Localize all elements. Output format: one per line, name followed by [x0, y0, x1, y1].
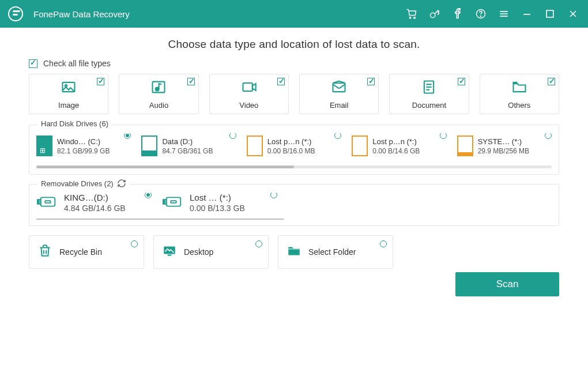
email-icon [331, 79, 347, 97]
svg-rect-21 [164, 202, 164, 202]
svg-rect-13 [41, 197, 55, 206]
help-icon[interactable] [474, 7, 488, 21]
type-label: Video [239, 101, 258, 110]
svg-point-4 [480, 16, 481, 17]
folder-icon [287, 243, 301, 261]
type-label: Email [330, 101, 349, 110]
drive-c[interactable]: ⊞ Windo… (C:)82.1 GB/99.9 GB [36, 133, 131, 159]
drive-radio[interactable] [545, 133, 552, 139]
drive-name: SYSTE… (*:) [478, 137, 529, 146]
menu-icon[interactable] [497, 7, 511, 21]
drive-name: Lost p…n (*:) [267, 137, 315, 146]
removable-drive-lost[interactable]: Lost … (*:)0.00 B/13.3 GB [162, 193, 277, 213]
audio-icon [150, 79, 167, 97]
recycle-bin-icon [37, 243, 52, 261]
file-type-cards: Image Audio Video Em [29, 74, 559, 114]
location-radio[interactable] [380, 240, 387, 247]
svg-point-1 [414, 17, 416, 18]
type-card-email[interactable]: Email [299, 74, 379, 114]
removable-group: Removable Drives (2) KING…(D:)4.84 GB/14… [29, 184, 559, 226]
others-icon [511, 79, 527, 97]
drive-size: 0.00 B/13.3 GB [190, 204, 245, 213]
svg-point-0 [409, 17, 411, 18]
maximize-icon[interactable] [543, 7, 557, 21]
type-card-others[interactable]: Others [480, 74, 559, 114]
svg-rect-10 [243, 83, 252, 91]
type-checkbox[interactable] [277, 78, 285, 85]
check-all-row[interactable]: Check all file types [29, 59, 559, 68]
cart-icon[interactable] [405, 7, 419, 21]
desktop-icon [162, 243, 177, 261]
location-radio[interactable] [255, 240, 262, 247]
drive-radio[interactable] [145, 193, 152, 198]
svg-rect-22 [171, 201, 176, 203]
drive-system[interactable]: SYSTE… (*:)29.9 MB/256 MB [457, 133, 552, 159]
svg-rect-5 [546, 10, 553, 17]
image-icon [61, 79, 77, 97]
drive-radio[interactable] [124, 133, 131, 139]
removable-drive-kingston[interactable]: KING…(D:)4.84 GB/14.6 GB [36, 193, 152, 213]
type-checkbox[interactable] [187, 78, 195, 85]
app-title: FonePaw Data Recovery [33, 9, 405, 19]
removable-scrollbar[interactable] [36, 219, 284, 220]
drive-size: 29.9 MB/256 MB [478, 147, 529, 155]
type-checkbox[interactable] [548, 78, 555, 85]
video-icon [241, 79, 257, 97]
svg-rect-20 [164, 201, 164, 201]
svg-rect-11 [333, 83, 345, 92]
type-checkbox[interactable] [97, 78, 104, 85]
drive-radio[interactable] [229, 133, 236, 139]
type-card-audio[interactable]: Audio [119, 74, 198, 114]
check-all-label: Check all file types [43, 59, 111, 68]
location-desktop[interactable]: Desktop [153, 235, 269, 269]
minimize-icon[interactable] [520, 7, 534, 21]
drive-name: Data (D:) [162, 137, 213, 146]
drive-size: 0.00 B/14.6 GB [372, 147, 420, 155]
drive-name: Lost p…n (*:) [372, 137, 420, 146]
location-label: Desktop [184, 247, 213, 257]
svg-rect-18 [167, 197, 181, 206]
type-card-document[interactable]: Document [389, 74, 469, 114]
key-icon[interactable] [428, 7, 442, 21]
drive-size: 4.84 GB/14.6 GB [64, 204, 126, 213]
type-card-video[interactable]: Video [209, 74, 289, 114]
removable-group-title: Removable Drives (2) [37, 179, 130, 188]
drive-icon [247, 136, 263, 156]
drive-size: 84.7 GB/361 GB [162, 147, 213, 155]
refresh-icon[interactable] [117, 179, 126, 188]
scan-button[interactable]: Scan [455, 272, 559, 296]
close-icon[interactable] [566, 7, 580, 21]
type-card-image[interactable]: Image [29, 74, 108, 114]
svg-point-2 [431, 13, 435, 17]
document-icon [421, 79, 437, 97]
check-all-checkbox[interactable] [29, 59, 37, 68]
drive-lost-2[interactable]: Lost p…n (*:)0.00 B/14.6 GB [352, 133, 446, 159]
location-recycle-bin[interactable]: Recycle Bin [29, 235, 144, 269]
type-label: Audio [149, 101, 168, 110]
hdd-group-title: Hard Disk Drives (6) [37, 119, 112, 128]
facebook-icon[interactable] [451, 7, 465, 21]
app-logo-icon [8, 6, 23, 21]
drive-d[interactable]: Data (D:)84.7 GB/361 GB [141, 133, 236, 159]
drive-radio[interactable] [334, 133, 341, 139]
location-label: Select Folder [308, 247, 356, 257]
hdd-row: ⊞ Windo… (C:)82.1 GB/99.9 GB Data (D:)84… [36, 133, 552, 159]
page-title: Choose data type and location of lost da… [29, 38, 559, 51]
svg-rect-15 [38, 201, 39, 201]
drive-icon: ⊞ [36, 136, 52, 156]
drive-lost-1[interactable]: Lost p…n (*:)0.00 B/16.0 MB [247, 133, 341, 159]
location-select-folder[interactable]: Select Folder [278, 235, 393, 269]
hdd-group: Hard Disk Drives (6) ⊞ Windo… (C:)82.1 G… [29, 125, 559, 175]
type-checkbox[interactable] [367, 78, 375, 85]
svg-rect-24 [168, 255, 172, 256]
locations-row: Recycle Bin Desktop Select Folder [29, 235, 559, 269]
drive-name: Windo… (C:) [57, 137, 110, 146]
usb-icon [36, 193, 58, 213]
drive-size: 0.00 B/16.0 MB [267, 147, 315, 155]
location-radio[interactable] [131, 240, 138, 247]
type-checkbox[interactable] [458, 78, 465, 85]
hdd-scrollbar[interactable] [36, 165, 552, 168]
drive-radio[interactable] [270, 193, 277, 198]
drive-radio[interactable] [440, 133, 447, 139]
location-label: Recycle Bin [59, 247, 102, 257]
